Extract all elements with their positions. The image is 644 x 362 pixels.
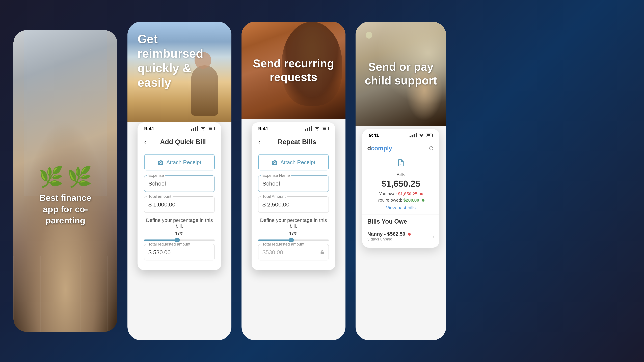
owed-dot-green	[422, 199, 424, 202]
percentage-slider-3[interactable]	[258, 240, 329, 241]
wifi-icon	[200, 126, 206, 131]
card2-photo: Get reimbursed quickly & easily	[128, 22, 232, 122]
you-owe-row: You owe: $1,850.25	[367, 191, 434, 197]
total-amount-field: Total amount $ 1,000.00	[144, 196, 215, 213]
phone-header-3: ‹ Repeat Bills	[252, 135, 336, 149]
card2-hero: Get reimbursed quickly & easily	[138, 32, 221, 90]
percentage-value: 47%	[144, 230, 215, 236]
lock-icon	[320, 250, 324, 255]
total-amount-input[interactable]: $ 1,000.00	[144, 196, 215, 213]
attach-receipt-button-3[interactable]: Attach Receipt	[258, 154, 329, 170]
total-amount-label: Total amount	[147, 194, 172, 199]
youre-owed-row: You're owed: $200.00	[367, 198, 434, 203]
battery-icon	[208, 127, 215, 130]
dcomply-phone: 9:41	[362, 129, 440, 248]
view-past-bills-link[interactable]: View past bills	[367, 205, 434, 211]
back-arrow-icon-3[interactable]: ‹	[258, 138, 260, 145]
screen-title-3: Repeat Bills	[265, 138, 329, 146]
expense-name-input[interactable]: School	[258, 175, 329, 192]
youre-owed-amount: $200.00	[403, 198, 419, 203]
attach-receipt-button[interactable]: Attach Receipt	[144, 154, 215, 170]
add-quick-bill-phone: 9:41	[138, 122, 221, 270]
attach-receipt-label: Attach Receipt	[166, 159, 201, 165]
percentage-slider[interactable]	[144, 240, 215, 241]
expense-input[interactable]: School	[144, 175, 215, 192]
expense-name-label: Expense Name	[261, 173, 291, 178]
total-requested-label: Total requested amount	[147, 242, 192, 247]
time-4: 9:41	[369, 132, 379, 138]
total-requested-field: Total requested amount $ 530.00	[144, 244, 215, 260]
percentage-value-3: 47%	[258, 230, 329, 236]
total-amount-input-3[interactable]: $ 2,500.00	[258, 196, 329, 213]
back-arrow-icon[interactable]: ‹	[144, 138, 146, 145]
bill-item-days: 3 days unpaid	[367, 237, 411, 242]
card-family: 🌿 🌿 Best finance app for co-parenting	[14, 30, 118, 332]
bills-section: Bills $1,650.25 You owe: $1,850.25 You'r…	[362, 155, 440, 215]
battery-icon-3	[322, 127, 329, 130]
add-quick-bill-body: Attach Receipt Expense School Total amou…	[138, 149, 221, 270]
wifi-icon-3	[314, 126, 320, 131]
attach-receipt-label-3: Attach Receipt	[280, 159, 315, 165]
you-owe-label: You owe:	[379, 191, 397, 196]
expense-name-field: Expense Name School	[258, 175, 329, 192]
bills-icon	[367, 159, 434, 171]
signal-icon-4	[410, 133, 417, 137]
status-bar: 9:41	[138, 122, 221, 135]
chevron-right-icon: ›	[432, 233, 434, 240]
bills-you-owe-section: Bills You Owe Nanny - $562.50 3 days unp…	[362, 215, 440, 248]
laurel-wreath: 🌿 🌿	[38, 165, 92, 189]
status-icons	[191, 126, 215, 131]
expense-label: Expense	[147, 173, 165, 178]
bill-item-name: Nanny - $562.50	[367, 231, 411, 237]
slider-fill	[144, 240, 177, 241]
repeat-bills-phone: 9:41	[252, 122, 336, 270]
card3-title: Send recurring requests	[247, 57, 340, 84]
signal-icon-3	[305, 126, 312, 131]
phone-header: ‹ Add Quick Bill	[138, 135, 221, 149]
total-requested-input[interactable]: $ 530.00	[144, 244, 215, 260]
card-child-support: Send or pay child support 9:41	[356, 22, 446, 340]
svg-rect-0	[400, 163, 402, 163]
time-3: 9:41	[258, 126, 268, 131]
svg-rect-1	[400, 164, 402, 164]
award-text: Best finance app for co-parenting	[38, 192, 92, 226]
signal-icon	[191, 126, 198, 131]
bill-item-nanny[interactable]: Nanny - $562.50 3 days unpaid ›	[367, 228, 434, 244]
logo-d: d	[367, 145, 371, 152]
percentage-label-3: Define your percentage in this bill:	[258, 217, 329, 229]
repeat-bills-body: Attach Receipt Expense Name School Total…	[252, 149, 336, 270]
logo-comply: comply	[371, 145, 392, 152]
bills-you-owe-title: Bills You Owe	[367, 218, 434, 225]
percentage-label: Define your percentage in this bill:	[144, 217, 215, 229]
bill-item-dot	[408, 233, 411, 236]
card-reimbursed: Get reimbursed quickly & easily 9:41	[128, 22, 232, 340]
refresh-icon[interactable]	[428, 145, 434, 151]
camera-icon	[158, 160, 164, 165]
total-amount-label-3: Total Amount	[261, 194, 287, 199]
wifi-icon-4	[419, 133, 424, 137]
total-amount-field-3: Total Amount $ 2,500.00	[258, 196, 329, 213]
total-requested-label-3: Total requested amount	[261, 242, 306, 247]
card3-hero: Send recurring requests	[247, 57, 340, 84]
dcomply-header: dcomply	[362, 141, 440, 155]
total-requested-placeholder: $530.00	[262, 249, 283, 256]
status-bar-3: 9:41	[252, 122, 336, 135]
card2-title: Get reimbursed quickly & easily	[138, 32, 221, 90]
you-owe-amount: $1,850.25	[398, 191, 418, 196]
expense-field: Expense School	[144, 175, 215, 192]
camera-icon-3	[272, 160, 278, 165]
time: 9:41	[144, 126, 154, 131]
award-section: 🌿 🌿 Best finance app for co-parenting	[38, 165, 92, 226]
laurel-right-icon: 🌿	[67, 165, 92, 189]
card-recurring: Send recurring requests 9:41	[242, 22, 346, 340]
card4-hero: Send or pay child support	[362, 60, 440, 87]
dcomply-logo: dcomply	[367, 145, 392, 152]
total-requested-input-3[interactable]: $530.00	[258, 244, 329, 260]
bills-amount: $1,650.25	[367, 179, 434, 189]
main-container: 🌿 🌿 Best finance app for co-parenting Ge…	[0, 0, 644, 362]
status-icons-4	[410, 133, 433, 137]
slider-fill-3	[258, 240, 291, 241]
screen-title: Add Quick Bill	[151, 138, 215, 146]
owe-dot-red	[420, 193, 422, 195]
card3-photo: Send recurring requests	[242, 22, 346, 119]
